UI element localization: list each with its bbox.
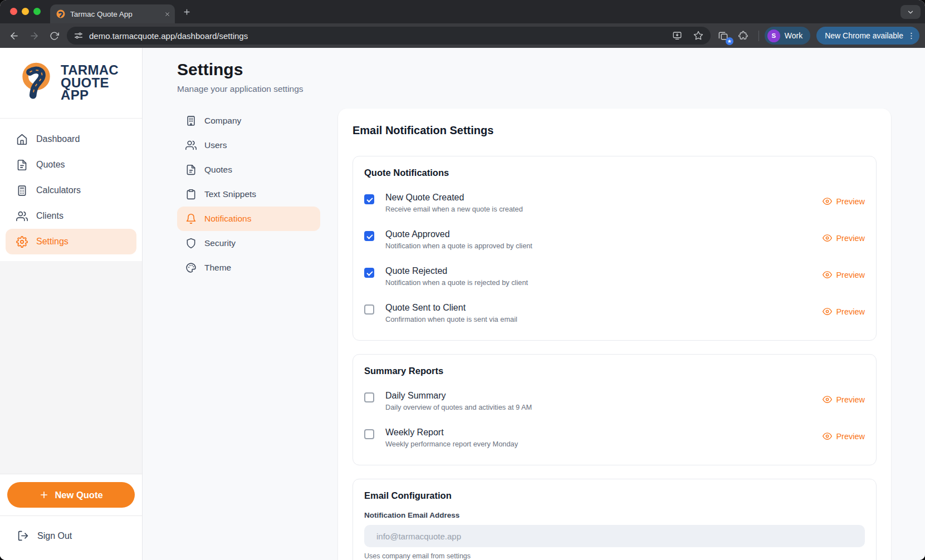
settings-nav-item-quotes[interactable]: Quotes: [177, 158, 320, 182]
browser-tab[interactable]: Tarmac Quote App: [50, 4, 175, 23]
row-text: New Quote Created Receive email when a n…: [385, 193, 523, 213]
row-text: Weekly Report Weekly performance report …: [385, 428, 518, 448]
eye-icon: [823, 233, 832, 243]
row-description: Weekly performance report every Monday: [385, 440, 518, 448]
row-description: Receive email when a new quote is create…: [385, 205, 523, 213]
address-bar[interactable]: demo.tarmacquote.app/dashboard/settings: [67, 27, 711, 45]
email-helper-text: Uses company email from settings: [364, 552, 865, 560]
sidebar-footer-action: New Quote: [0, 474, 142, 515]
sidebar-item-label: Settings: [36, 237, 68, 247]
preview-link[interactable]: Preview: [823, 233, 865, 243]
more-menu-icon[interactable]: [907, 31, 916, 41]
notification-row-weekly-report: Weekly Report Weekly performance report …: [364, 428, 865, 448]
section-title: Summary Reports: [364, 366, 865, 376]
email-notification-settings-card: Email Notification Settings Quote Notifi…: [338, 109, 891, 560]
shield-icon: [185, 238, 197, 249]
extensions-button[interactable]: [734, 26, 753, 45]
section-summary-reports: Summary Reports Daily Summary Daily over…: [353, 354, 877, 465]
plus-icon: [39, 490, 49, 500]
tab-groups-button[interactable]: ★: [714, 26, 733, 45]
section-title: Quote Notifications: [364, 168, 865, 178]
toolbar-divider: [758, 31, 759, 41]
daily-summary-checkbox[interactable]: [364, 392, 374, 402]
sidebar-item-calculators[interactable]: Calculators: [6, 178, 136, 203]
preview-link[interactable]: Preview: [823, 431, 865, 441]
row-description: Daily overview of quotes and activities …: [385, 403, 532, 411]
url-text[interactable]: demo.tarmacquote.app/dashboard/settings: [89, 31, 664, 41]
email-field-label: Notification Email Address: [364, 511, 865, 519]
site-settings-icon[interactable]: [74, 31, 84, 41]
tab-strip-collapse-button[interactable]: [900, 5, 921, 19]
back-button[interactable]: [4, 26, 23, 45]
settings-nav-item-text-snippets[interactable]: Text Snippets: [177, 182, 320, 207]
weekly-report-checkbox[interactable]: [364, 429, 374, 439]
install-app-button[interactable]: [669, 28, 685, 43]
eye-icon: [823, 307, 832, 316]
profile-avatar: S: [767, 30, 780, 42]
row-text: Daily Summary Daily overview of quotes a…: [385, 391, 532, 411]
new-quote-created-checkbox[interactable]: [364, 194, 374, 204]
settings-nav-item-users[interactable]: Users: [177, 133, 320, 158]
refresh-button[interactable]: [45, 26, 63, 45]
settings-nav-label: Company: [204, 116, 241, 126]
preview-link[interactable]: Preview: [823, 395, 865, 404]
macos-close-button[interactable]: [10, 8, 17, 15]
macos-minimize-button[interactable]: [22, 8, 29, 15]
bookmark-button[interactable]: [691, 28, 706, 43]
settings-content: Company Users Quotes Text Snippets: [177, 109, 891, 560]
settings-nav-item-notifications[interactable]: Notifications: [177, 207, 320, 231]
preview-link[interactable]: Preview: [823, 270, 865, 279]
preview-link[interactable]: Preview: [823, 307, 865, 316]
quote-rejected-checkbox[interactable]: [364, 268, 374, 278]
settings-nav-item-security[interactable]: Security: [177, 231, 320, 256]
notification-row-quote-rejected: Quote Rejected Notification when a quote…: [364, 266, 865, 287]
new-quote-button[interactable]: New Quote: [7, 482, 135, 508]
notification-email-input[interactable]: [364, 525, 865, 547]
settings-nav: Company Users Quotes Text Snippets: [177, 109, 320, 280]
preview-link[interactable]: Preview: [823, 197, 865, 206]
main-content: Settings Manage your application setting…: [143, 48, 925, 560]
bookmark-badge-star-icon: ★: [726, 37, 733, 45]
quote-sent-checkbox[interactable]: [364, 304, 374, 315]
sidebar-spacer: [0, 261, 142, 474]
sign-out-button[interactable]: Sign Out: [17, 530, 142, 542]
browser-toolbar: demo.tarmacquote.app/dashboard/settings …: [0, 23, 925, 48]
row-label: Quote Rejected: [385, 266, 528, 276]
puzzle-icon: [738, 31, 748, 41]
settings-nav-label: Quotes: [204, 165, 232, 175]
quote-approved-checkbox[interactable]: [364, 231, 374, 241]
preview-label: Preview: [836, 307, 865, 316]
tarmac-logo-icon: [19, 60, 53, 106]
settings-nav-item-theme[interactable]: Theme: [177, 256, 320, 280]
row-label: Daily Summary: [385, 391, 532, 401]
profile-chip[interactable]: S Work: [765, 27, 810, 45]
home-icon: [16, 134, 28, 145]
traffic-lights: [10, 8, 41, 15]
settings-nav-label: Security: [204, 238, 236, 248]
notification-row-quote-approved: Quote Approved Notification when a quote…: [364, 229, 865, 250]
row-description: Notification when a quote is rejected by…: [385, 278, 528, 287]
logo-wordmark: TARMAC QUOTE APP: [61, 64, 119, 102]
app-logo[interactable]: TARMAC QUOTE APP: [0, 48, 142, 119]
document-icon: [16, 159, 28, 171]
logo-line-3: APP: [61, 89, 119, 102]
tab-strip: Tarmac Quote App: [0, 0, 925, 23]
gear-icon: [16, 236, 28, 248]
users-icon: [185, 140, 197, 151]
update-chrome-button[interactable]: New Chrome available: [816, 27, 919, 45]
row-label: Weekly Report: [385, 428, 518, 438]
settings-nav-item-company[interactable]: Company: [177, 109, 320, 133]
preview-label: Preview: [836, 197, 865, 206]
sidebar-item-dashboard[interactable]: Dashboard: [6, 126, 136, 152]
new-tab-button[interactable]: [183, 8, 191, 18]
sidebar-item-settings[interactable]: Settings: [6, 229, 136, 254]
row-text: Quote Rejected Notification when a quote…: [385, 266, 528, 287]
macos-zoom-button[interactable]: [33, 8, 41, 15]
notification-row-daily-summary: Daily Summary Daily overview of quotes a…: [364, 391, 865, 411]
forward-button[interactable]: [25, 26, 43, 45]
document-icon: [185, 164, 197, 175]
sidebar-item-quotes[interactable]: Quotes: [6, 152, 136, 178]
tab-title: Tarmac Quote App: [70, 10, 160, 18]
sidebar-item-clients[interactable]: Clients: [6, 203, 136, 229]
tab-close-icon[interactable]: [164, 11, 170, 17]
